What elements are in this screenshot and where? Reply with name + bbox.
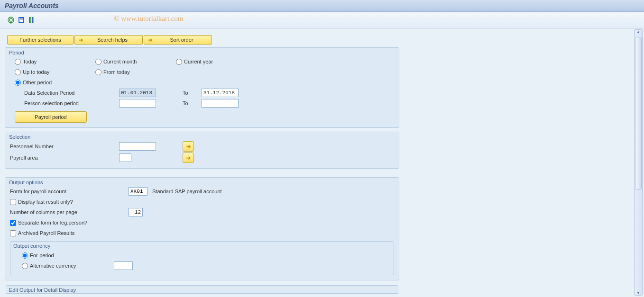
payroll-area-label: Payroll area xyxy=(10,155,119,161)
search-helps-label: Search helps xyxy=(84,37,140,43)
form-label: Form for payroll account xyxy=(10,189,129,194)
radio-current-month-label: Current month xyxy=(103,59,137,64)
radio-today[interactable]: Today xyxy=(15,59,95,65)
sep-form-checkbox[interactable] xyxy=(10,220,16,226)
watermark: © www.tutorialkart.com xyxy=(114,15,184,23)
vertical-scrollbar[interactable]: ▲ ▼ xyxy=(634,29,643,296)
radio-from-today-label: From today xyxy=(103,69,130,75)
radio-today-input[interactable] xyxy=(15,59,21,65)
payroll-area-input[interactable] xyxy=(119,153,131,162)
arrow-right-icon: ➔ xyxy=(146,37,154,43)
further-selections-button[interactable]: Further selections xyxy=(7,35,74,45)
scroll-up-icon[interactable]: ▲ xyxy=(636,30,640,34)
data-selection-label: Data Selection Period xyxy=(15,90,119,96)
radio-current-year-label: Current year xyxy=(184,59,213,64)
radio-up-to-today-input[interactable] xyxy=(15,69,21,75)
radio-alt-currency-label: Alternative currency xyxy=(30,263,76,269)
further-selections-label: Further selections xyxy=(19,37,61,43)
radio-up-to-today-label: Up to today xyxy=(23,69,49,75)
form-desc: Standard SAP payroll account xyxy=(152,189,222,194)
sep-form-label: Separate form for leg.person? xyxy=(18,220,87,225)
radio-for-period-input[interactable] xyxy=(22,252,28,259)
payroll-area-multi-button[interactable]: ➔ xyxy=(183,153,194,163)
selection-buttons-row: Further selections ➔ Search helps ➔ Sort… xyxy=(0,35,402,45)
selection-legend: Selection xyxy=(5,132,399,141)
selection-fieldset: Selection Personnel Number ➔ Payroll are… xyxy=(5,132,399,169)
svg-point-1 xyxy=(9,18,12,21)
period-legend: Period xyxy=(5,48,399,56)
person-selection-label: Person selection period xyxy=(15,100,119,106)
radio-current-month-input[interactable] xyxy=(95,59,101,65)
person-selection-from-input[interactable] xyxy=(119,99,156,108)
content-area: Further selections ➔ Search helps ➔ Sort… xyxy=(0,28,402,294)
display-last-label: Display last result only? xyxy=(18,199,73,205)
sort-order-label: Sort order xyxy=(154,37,210,43)
params-icon[interactable] xyxy=(28,16,36,24)
data-selection-to-input[interactable] xyxy=(202,89,239,97)
radio-current-year[interactable]: Current year xyxy=(176,59,213,65)
archived-label: Archived Payroll Results xyxy=(18,230,74,236)
output-legend: Output options xyxy=(5,178,399,186)
to-label-2: To xyxy=(156,100,202,106)
scrollbar-thumb[interactable] xyxy=(635,37,642,189)
radio-alt-currency-input[interactable] xyxy=(22,263,28,269)
radio-for-period[interactable]: For-period xyxy=(22,252,54,259)
page-title: Payroll Accounts xyxy=(5,2,59,9)
output-options-fieldset: Output options Form for payroll account … xyxy=(5,177,399,280)
execute-icon[interactable] xyxy=(7,16,15,24)
application-toolbar: © www.tutorialkart.com xyxy=(0,12,644,28)
radio-from-today[interactable]: From today xyxy=(95,69,176,75)
arrow-right-icon: ➔ xyxy=(186,155,191,161)
radio-today-label: Today xyxy=(23,59,37,64)
payroll-period-button[interactable]: Payroll period xyxy=(15,111,87,123)
form-code-input[interactable] xyxy=(129,187,147,196)
radio-other-period-label: Other period xyxy=(23,80,52,85)
alt-currency-input[interactable] xyxy=(114,261,133,270)
scroll-down-icon[interactable]: ▼ xyxy=(636,291,640,295)
svg-rect-8 xyxy=(32,17,33,23)
svg-rect-6 xyxy=(29,17,30,23)
radio-up-to-today[interactable]: Up to today xyxy=(15,69,95,75)
person-selection-to-input[interactable] xyxy=(202,99,239,108)
svg-rect-7 xyxy=(30,17,31,23)
arrow-right-icon: ➔ xyxy=(77,37,84,43)
radio-current-month[interactable]: Current month xyxy=(95,59,176,65)
app-window: Payroll Accounts © www.t xyxy=(0,0,644,297)
archived-checkbox[interactable] xyxy=(10,230,16,236)
search-helps-button[interactable]: ➔ Search helps xyxy=(74,35,143,45)
radio-for-period-label: For-period xyxy=(30,252,54,258)
currency-legend: Output currency xyxy=(10,242,394,250)
to-label-1: To xyxy=(156,90,202,96)
period-fieldset: Period Today Current month xyxy=(5,47,399,128)
title-bar: Payroll Accounts xyxy=(0,0,644,12)
personnel-multi-button[interactable]: ➔ xyxy=(183,141,194,152)
payroll-period-label: Payroll period xyxy=(35,114,66,120)
svg-rect-9 xyxy=(33,17,34,23)
data-selection-from-input[interactable] xyxy=(119,89,156,97)
radio-other-period[interactable]: Other period xyxy=(15,80,52,86)
output-currency-fieldset: Output currency For-period Alternative c… xyxy=(10,241,394,275)
svg-rect-5 xyxy=(20,18,23,19)
radio-alt-currency[interactable]: Alternative currency xyxy=(22,263,112,269)
svg-point-0 xyxy=(8,17,14,23)
radio-other-period-input[interactable] xyxy=(15,80,21,86)
num-cols-label: Number of columns per page xyxy=(10,209,129,215)
radio-current-year-input[interactable] xyxy=(176,59,182,65)
display-last-checkbox[interactable] xyxy=(10,199,16,205)
radio-from-today-input[interactable] xyxy=(95,69,101,75)
sort-order-button[interactable]: ➔ Sort order xyxy=(144,35,212,45)
personnel-number-input[interactable] xyxy=(119,142,156,151)
edit-output-legend: Edit Output for Detail Display xyxy=(6,285,398,294)
num-cols-input[interactable] xyxy=(129,208,143,216)
variant-icon[interactable] xyxy=(18,16,25,24)
personnel-number-label: Personnel Number xyxy=(10,144,119,149)
arrow-right-icon: ➔ xyxy=(186,144,191,150)
